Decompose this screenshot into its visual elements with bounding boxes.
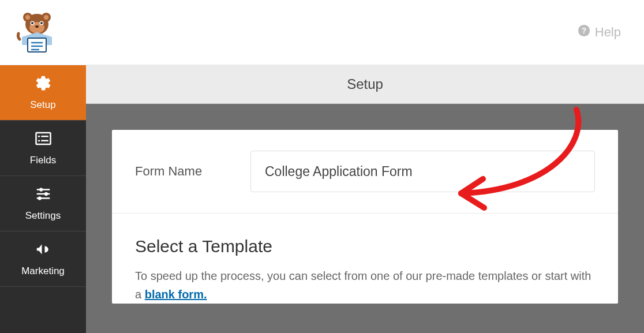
svg-point-8	[31, 22, 33, 24]
setup-panel: Form Name Select a Template To speed up …	[112, 130, 618, 304]
svg-point-3	[25, 15, 30, 20]
sidebar-item-settings[interactable]: Settings	[0, 176, 86, 231]
help-label: Help	[595, 25, 621, 40]
help-link[interactable]: ? Help	[578, 24, 621, 40]
svg-point-25	[44, 192, 47, 196]
help-icon: ?	[578, 24, 590, 40]
svg-point-10	[35, 25, 39, 28]
form-name-row: Form Name	[112, 130, 618, 214]
sidebar-item-label: Fields	[30, 155, 56, 166]
tab-title: Setup	[347, 76, 383, 92]
svg-point-27	[38, 196, 41, 200]
sidebar-item-label: Setup	[30, 99, 55, 111]
main-area: Setup Fields Settings Marketing Setup	[0, 65, 644, 333]
form-name-input[interactable]	[250, 151, 595, 192]
sliders-icon	[35, 185, 52, 205]
svg-text:?: ?	[582, 27, 586, 35]
content-area: Setup Form Name Select a Template To spe…	[86, 65, 644, 333]
template-description: To speed up the process, you can select …	[135, 267, 595, 304]
template-section: Select a Template To speed up the proces…	[112, 214, 618, 304]
sidebar-item-setup[interactable]: Setup	[0, 65, 86, 121]
list-icon	[35, 130, 52, 150]
blank-form-link[interactable]: blank form.	[145, 288, 207, 301]
wpforms-logo	[14, 9, 60, 55]
svg-point-20	[38, 140, 39, 141]
svg-point-4	[44, 15, 48, 20]
sidebar-item-marketing[interactable]: Marketing	[0, 231, 86, 287]
tab-header: Setup	[86, 65, 644, 104]
svg-point-9	[40, 22, 43, 24]
megaphone-icon	[35, 241, 52, 261]
sidebar: Setup Fields Settings Marketing	[0, 65, 86, 333]
sidebar-item-label: Marketing	[21, 265, 65, 277]
sidebar-item-label: Settings	[25, 210, 61, 222]
top-bar: ? Help	[0, 0, 644, 65]
form-name-label: Form Name	[135, 164, 250, 179]
svg-point-18	[38, 136, 39, 137]
svg-rect-21	[41, 140, 48, 142]
svg-rect-17	[36, 133, 50, 144]
template-heading: Select a Template	[135, 237, 595, 256]
gear-icon	[35, 74, 52, 95]
svg-rect-19	[41, 136, 48, 137]
svg-point-23	[39, 188, 43, 191]
sidebar-item-fields[interactable]: Fields	[0, 121, 86, 176]
